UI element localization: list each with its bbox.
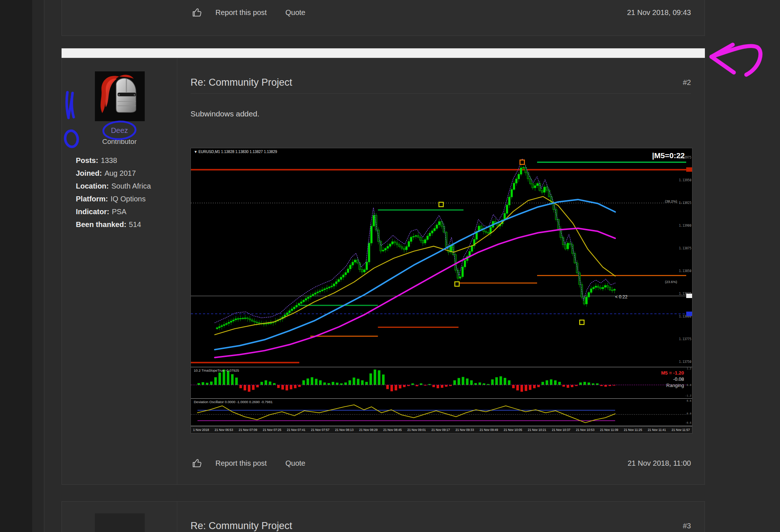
chart-countdown-label: < 0:22 — [615, 294, 628, 300]
chart-image[interactable]: 1.139751.139501.139251.139001.138751.138… — [191, 148, 692, 434]
stat-posts: Posts:1338 — [76, 154, 151, 167]
stat-indicator: Indicator:PSA — [76, 205, 151, 218]
chart-sub1-value-m5: M5 = -1.20 — [661, 370, 684, 376]
svg-text:1.13950: 1.13950 — [679, 179, 691, 182]
svg-text:1.13925: 1.13925 — [679, 201, 691, 205]
chart-sub1-label: 10.2 TmaSlopeTrue -0.07925 — [194, 368, 239, 372]
thumbs-up-icon[interactable] — [191, 457, 203, 469]
chart-timer-label: |M5=0:22 — [652, 151, 685, 160]
svg-text:1.13775: 1.13775 — [679, 338, 691, 341]
forum-page: Report this post Quote 21 Nov 2018, 09:4… — [0, 0, 780, 532]
post-author-column — [62, 502, 177, 532]
stat-joined: Joined:Aug 2017 — [76, 167, 151, 180]
svg-text:1.13850: 1.13850 — [679, 269, 691, 273]
svg-text:1.13900: 1.13900 — [679, 224, 691, 227]
post-number-link[interactable]: #3 — [683, 522, 691, 530]
post-footer: Report this post Quote 21 Nov 2018, 09:4… — [62, 7, 705, 21]
chart-canvas: 1.139751.139501.139251.139001.138751.138… — [191, 148, 692, 433]
highlight-bar — [62, 48, 705, 58]
previous-post-card: Report this post Quote 21 Nov 2018, 09:4… — [62, 0, 705, 36]
svg-text:1.13750: 1.13750 — [679, 360, 691, 364]
post-title: Re: Community Project — [191, 520, 292, 532]
stat-thanked: Been thanked:514 — [76, 218, 151, 231]
thumbs-up-icon[interactable] — [191, 7, 203, 18]
post-timestamp: 21 Nov 2018, 09:43 — [627, 8, 691, 17]
post-number-link[interactable]: #2 — [683, 78, 691, 87]
chart-time-axis: 1 Nov 201821 Nov 06:5321 Nov 07:0921 Nov… — [191, 426, 692, 433]
chart-symbol-label: ▼ EURUSD,M1 1.13828 1.13830 1.13827 1.13… — [194, 150, 277, 154]
user-stats: Posts:1338 Joined:Aug 2017 Location:Sout… — [76, 154, 151, 231]
stat-location: Location:South Africa — [76, 180, 151, 193]
chart-sub1-value: -0.08 — [673, 376, 684, 382]
report-post-link[interactable]: Report this post — [215, 8, 267, 17]
avatar[interactable] — [95, 71, 145, 121]
chart-fib-382-label: (38.2%) — [665, 199, 677, 203]
chart-sub1-state: Ranging — [666, 383, 684, 388]
post-card-3: Re: Community Project #3 — [62, 501, 705, 532]
post-title: Re: Community Project — [191, 77, 292, 88]
chart-fib-236-label: (23.6%) — [665, 280, 677, 284]
page-left-gutter-inner — [32, 0, 44, 532]
svg-text:-0.6: -0.6 — [685, 421, 691, 424]
knight-avatar-image — [95, 71, 145, 121]
post-card-2: Deez Contributor Posts:1338 Joined:Aug 2… — [62, 58, 705, 485]
report-post-link[interactable]: Report this post — [215, 459, 267, 468]
svg-text:0.6: 0.6 — [687, 399, 691, 402]
quote-link[interactable]: Quote — [285, 8, 305, 17]
post-timestamp: 21 Nov 2018, 11:00 — [628, 459, 691, 468]
stat-platform: Platform:IQ Options — [76, 193, 151, 205]
chart-sub2-label: Deviation Oscillator 0.0000 -1.0000 0.26… — [194, 400, 273, 404]
svg-text:1.13875: 1.13875 — [679, 247, 691, 250]
svg-text:0.0: 0.0 — [687, 384, 691, 387]
username-link[interactable]: Deez — [62, 126, 177, 135]
post-title-row: Re: Community Project #2 — [191, 71, 691, 94]
svg-text:1.2: 1.2 — [687, 367, 691, 370]
post-body: Subwindows added. — [191, 109, 259, 118]
svg-text:0.0: 0.0 — [687, 412, 691, 415]
svg-text:-1.2: -1.2 — [685, 394, 691, 397]
quote-link[interactable]: Quote — [285, 459, 305, 468]
annotation-arrow — [696, 33, 780, 84]
post-title-row: Re: Community Project #3 — [191, 515, 691, 532]
post-footer: Report this post Quote 21 Nov 2018, 11:0… — [62, 457, 705, 472]
avatar-placeholder[interactable] — [95, 513, 145, 532]
page-left-gutter — [0, 0, 32, 532]
post-author-column: Deez Contributor Posts:1338 Joined:Aug 2… — [62, 58, 177, 484]
user-rank: Contributor — [62, 138, 177, 146]
